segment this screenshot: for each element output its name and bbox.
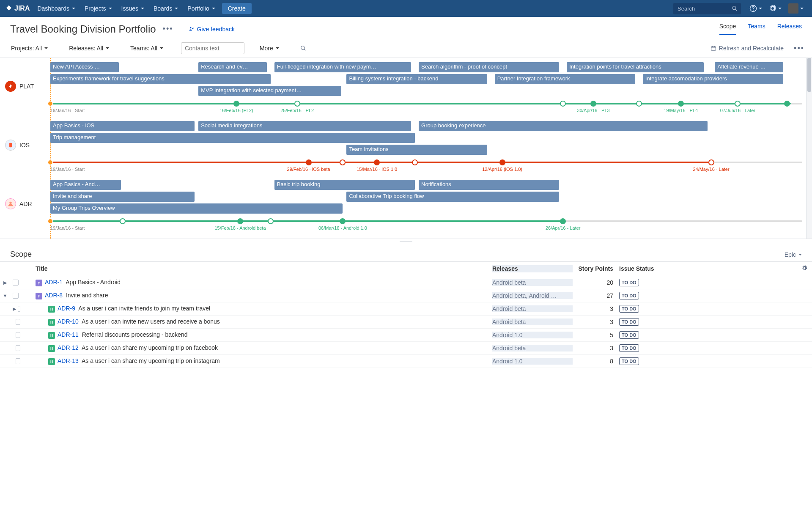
timeline-bar[interactable]: Integration points for travel attraction… bbox=[567, 62, 703, 72]
row-checkbox[interactable] bbox=[16, 345, 20, 351]
milestone[interactable] bbox=[590, 101, 596, 107]
timeline-bar[interactable]: MVP Integration with selected payment… bbox=[198, 86, 341, 96]
lane-label-plat[interactable]: PLAT bbox=[0, 81, 47, 92]
filter-more[interactable]: More bbox=[256, 43, 283, 54]
milestone[interactable] bbox=[708, 159, 714, 165]
filter-search-icon[interactable] bbox=[297, 43, 310, 53]
milestone[interactable] bbox=[233, 101, 239, 107]
issue-key[interactable]: ADR-1 bbox=[45, 279, 63, 286]
milestone[interactable] bbox=[340, 218, 346, 224]
milestone[interactable] bbox=[678, 101, 684, 107]
search-input[interactable] bbox=[673, 3, 741, 14]
tab-scope[interactable]: Scope bbox=[719, 23, 736, 35]
lane-label-ios[interactable]: IOS bbox=[0, 140, 47, 151]
tab-releases[interactable]: Releases bbox=[777, 23, 802, 35]
status-badge[interactable]: TO DO bbox=[619, 331, 639, 339]
row-checkbox[interactable] bbox=[13, 293, 19, 299]
help-icon[interactable] bbox=[746, 5, 765, 12]
timeline-bar[interactable]: Social media integrations bbox=[198, 121, 411, 131]
tab-teams[interactable]: Teams bbox=[748, 23, 765, 35]
table-row[interactable]: ADR-12 As a user i can share my upcoming… bbox=[0, 342, 812, 355]
milestone[interactable] bbox=[120, 218, 126, 224]
lane-label-adr[interactable]: ADR bbox=[0, 198, 47, 209]
issue-key[interactable]: ADR-8 bbox=[45, 292, 63, 299]
issue-key[interactable]: ADR-10 bbox=[58, 318, 79, 325]
table-settings-icon[interactable] bbox=[797, 265, 812, 272]
timeline-bar[interactable]: App Basics - iOS bbox=[50, 121, 195, 131]
nav-item-issues[interactable]: Issues bbox=[117, 0, 148, 17]
feedback-link[interactable]: Give feedback bbox=[189, 26, 235, 33]
filter-releases[interactable]: Releases: All bbox=[66, 43, 112, 54]
milestone[interactable] bbox=[237, 218, 243, 224]
more-actions-icon[interactable]: ••• bbox=[163, 25, 173, 33]
milestone[interactable] bbox=[268, 218, 274, 224]
status-badge[interactable]: TO DO bbox=[619, 279, 639, 286]
issue-key[interactable]: ADR-11 bbox=[58, 331, 79, 338]
milestone[interactable] bbox=[784, 101, 790, 107]
table-row[interactable]: ADR-10 As a user i can invite new users … bbox=[0, 316, 812, 329]
timeline-bar[interactable]: Research and ev… bbox=[198, 62, 267, 72]
milestone[interactable] bbox=[412, 159, 418, 165]
filter-text-input[interactable] bbox=[181, 42, 244, 54]
timeline-bar[interactable]: App Basics - And… bbox=[50, 180, 121, 190]
timeline-bar[interactable]: Trip management bbox=[50, 133, 415, 143]
status-badge[interactable]: TO DO bbox=[619, 318, 639, 326]
timeline-bar[interactable]: Affeliate revenue … bbox=[715, 62, 783, 72]
row-checkbox[interactable] bbox=[13, 280, 19, 286]
settings-icon[interactable] bbox=[765, 5, 785, 12]
nav-item-boards[interactable]: Boards bbox=[149, 0, 182, 17]
timeline-bar[interactable]: Team invitations bbox=[346, 145, 487, 155]
milestone[interactable] bbox=[560, 218, 566, 224]
filter-teams[interactable]: Teams: All bbox=[127, 43, 167, 54]
issue-key[interactable]: ADR-13 bbox=[58, 357, 79, 364]
nav-item-portfolio[interactable]: Portfolio bbox=[183, 0, 219, 17]
timeline-bar[interactable]: Collaborative Trip booking flow bbox=[346, 192, 559, 202]
table-row[interactable]: ▶ADR-1 App Basics - AndroidAndroid beta2… bbox=[0, 276, 812, 289]
filter-projects[interactable]: Projects: All bbox=[8, 43, 51, 54]
issue-key[interactable]: ADR-12 bbox=[58, 344, 79, 351]
refresh-recalculate-button[interactable]: Refresh and Recalculate bbox=[710, 45, 784, 52]
status-badge[interactable]: TO DO bbox=[619, 357, 639, 365]
timeline-bar[interactable]: Partner Integration framework bbox=[495, 74, 635, 84]
milestone[interactable] bbox=[560, 101, 566, 107]
timeline-bar[interactable]: My Group Trips Overview bbox=[50, 203, 343, 214]
grouping-dropdown[interactable]: Epic bbox=[785, 251, 802, 258]
milestone-start[interactable] bbox=[47, 101, 53, 107]
timeline-bar[interactable]: Billing systems integration - backend bbox=[346, 74, 487, 84]
timeline-bar[interactable]: Basic trip booking bbox=[274, 180, 415, 190]
expand-icon[interactable]: ▶ bbox=[2, 280, 8, 286]
jira-logo[interactable]: JIRA bbox=[5, 5, 30, 12]
create-button[interactable]: Create bbox=[222, 3, 252, 14]
milestone-start[interactable] bbox=[47, 218, 53, 224]
split-handle[interactable] bbox=[0, 239, 812, 242]
expand-icon[interactable]: ▼ bbox=[2, 293, 8, 298]
milestone[interactable] bbox=[306, 159, 312, 165]
status-badge[interactable]: TO DO bbox=[619, 344, 639, 352]
table-row[interactable]: ▼ADR-8 Invite and shareAndroid beta, And… bbox=[0, 289, 812, 302]
milestone[interactable] bbox=[735, 101, 741, 107]
filter-more-actions-icon[interactable]: ••• bbox=[794, 44, 804, 53]
nav-item-projects[interactable]: Projects bbox=[80, 0, 116, 17]
timeline-bar[interactable]: Notifications bbox=[419, 180, 559, 190]
milestone-start[interactable] bbox=[47, 159, 53, 165]
user-avatar[interactable] bbox=[785, 3, 807, 14]
milestone[interactable] bbox=[636, 101, 642, 107]
row-checkbox[interactable] bbox=[16, 319, 20, 325]
table-row[interactable]: ADR-13 As a user i can share my upcoming… bbox=[0, 355, 812, 368]
timeline-bar[interactable]: Integrate accomodation providers bbox=[643, 74, 783, 84]
milestone[interactable] bbox=[340, 159, 346, 165]
nav-item-dashboards[interactable]: Dashboards bbox=[33, 0, 80, 17]
row-checkbox[interactable] bbox=[16, 358, 20, 364]
timeline-bar[interactable]: Search algorithm - proof of concept bbox=[419, 62, 559, 72]
timeline-bar[interactable]: Group booking experience bbox=[419, 121, 707, 131]
expand-icon[interactable]: ▶ bbox=[13, 306, 16, 312]
table-row[interactable]: ▶ADR-9 As a user i can invite friends to… bbox=[0, 302, 812, 316]
timeline-bar[interactable]: Experiments framework for travel suggest… bbox=[50, 74, 271, 84]
timeline-bar[interactable]: Full-fledged integration with new paym… bbox=[274, 62, 411, 72]
status-badge[interactable]: TO DO bbox=[619, 305, 639, 313]
issue-key[interactable]: ADR-9 bbox=[58, 305, 75, 312]
milestone[interactable] bbox=[499, 159, 505, 165]
timeline-scrollbar[interactable] bbox=[806, 58, 812, 239]
timeline-bar[interactable]: New API Access … bbox=[50, 62, 119, 72]
milestone[interactable] bbox=[294, 101, 300, 107]
